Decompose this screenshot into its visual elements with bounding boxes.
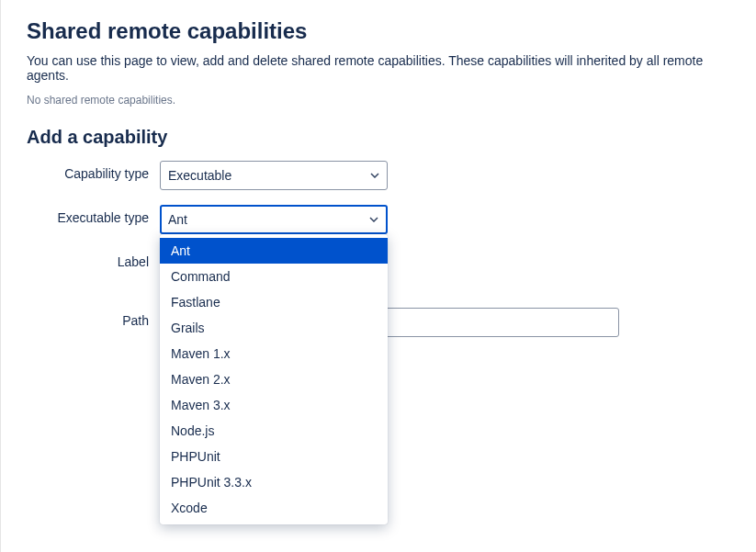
dropdown-option[interactable]: Fastlane: [160, 289, 388, 315]
capability-type-select[interactable]: Executable: [160, 161, 388, 190]
dropdown-option[interactable]: Maven 1.x: [160, 341, 388, 366]
path-field-label: Path: [27, 308, 160, 328]
dropdown-option[interactable]: Maven 3.x: [160, 392, 388, 418]
chevron-down-icon: [370, 173, 379, 178]
dropdown-option[interactable]: Command: [160, 264, 388, 289]
dropdown-option[interactable]: Maven 2.x: [160, 366, 388, 392]
chevron-down-icon: [369, 217, 378, 222]
dropdown-option[interactable]: Ant: [160, 238, 388, 264]
page-title: Shared remote capabilities: [27, 18, 730, 44]
dropdown-option[interactable]: PHPUnit 3.3.x: [160, 469, 388, 495]
executable-type-select[interactable]: Ant: [160, 205, 388, 234]
capability-type-label: Capability type: [27, 161, 160, 181]
capability-type-value: Executable: [168, 168, 231, 183]
label-field-label: Label: [27, 249, 160, 269]
empty-state-text: No shared remote capabilities.: [27, 94, 730, 107]
section-title: Add a capability: [27, 127, 730, 148]
executable-type-value: Ant: [168, 212, 187, 227]
dropdown-option[interactable]: PHPUnit: [160, 444, 388, 469]
page-description: You can use this page to view, add and d…: [27, 53, 730, 83]
executable-type-dropdown[interactable]: AntCommandFastlaneGrailsMaven 1.xMaven 2…: [160, 234, 388, 524]
dropdown-option[interactable]: Xcode: [160, 495, 388, 521]
executable-type-label: Executable type: [27, 205, 160, 225]
dropdown-option[interactable]: Grails: [160, 315, 388, 341]
dropdown-option[interactable]: Node.js: [160, 418, 388, 444]
